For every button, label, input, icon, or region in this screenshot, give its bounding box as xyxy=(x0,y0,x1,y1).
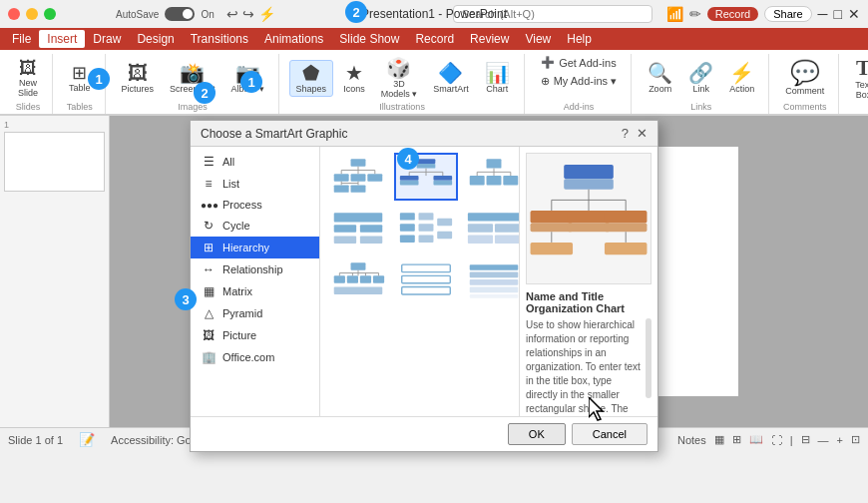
notes-label[interactable]: Notes xyxy=(677,434,706,446)
ok-button[interactable]: OK xyxy=(508,423,566,445)
preview-item-3[interactable] xyxy=(462,153,520,201)
slide-info: Slide 1 of 1 xyxy=(8,434,63,446)
chart-tool[interactable]: 📊 Chart xyxy=(479,61,516,96)
cat-process-icon: ●●● xyxy=(201,200,217,211)
chart-icon: 📊 xyxy=(485,63,510,83)
chart-label: Chart xyxy=(486,84,508,94)
normal-view-icon[interactable]: ▦ xyxy=(714,433,724,446)
minimize-button[interactable] xyxy=(26,8,38,20)
menu-review[interactable]: Review xyxy=(462,30,517,48)
share-button[interactable]: Share xyxy=(764,6,811,22)
svg-rect-1 xyxy=(334,174,349,181)
menu-record[interactable]: Record xyxy=(407,30,462,48)
my-addins-tool[interactable]: ⊕ My Add-ins ▾ xyxy=(535,73,623,90)
dialog-close-icon[interactable]: ✕ xyxy=(637,126,648,141)
reading-view-icon[interactable]: 📖 xyxy=(749,433,763,446)
svg-rect-24 xyxy=(470,176,485,185)
link-icon: 🔗 xyxy=(688,63,713,83)
restore-window-icon[interactable]: □ xyxy=(834,6,842,22)
zoom-tool[interactable]: 🔍 Zoom xyxy=(642,61,678,96)
pictures-tool[interactable]: 🖼 Pictures xyxy=(116,61,161,96)
menu-transitions[interactable]: Transitions xyxy=(183,30,256,48)
link-tool[interactable]: 🔗 Link xyxy=(682,61,719,96)
svg-rect-43 xyxy=(437,232,452,239)
cat-cycle[interactable]: ↻ Cycle xyxy=(191,215,319,237)
cat-matrix[interactable]: ▦ Matrix xyxy=(191,280,319,302)
menu-slideshow[interactable]: Slide Show xyxy=(331,30,407,48)
autosave-toggle[interactable] xyxy=(165,7,195,21)
comment-tool[interactable]: 💬 Comment xyxy=(779,59,830,98)
dialog-help-icon[interactable]: ? xyxy=(622,126,629,141)
preview-item-5[interactable] xyxy=(394,205,458,252)
desc-scrollbar[interactable] xyxy=(646,318,651,398)
menu-file[interactable]: File xyxy=(4,30,39,48)
slideshow-icon[interactable]: ⛶ xyxy=(771,434,782,446)
screenshot-icon: 📸 xyxy=(180,63,205,83)
smartart-tool[interactable]: 🔷 SmartArt xyxy=(427,61,475,96)
cancel-button[interactable]: Cancel xyxy=(572,423,648,445)
svg-rect-2 xyxy=(351,174,366,181)
menu-design[interactable]: Design xyxy=(129,30,182,48)
minimize-window-icon[interactable]: ─ xyxy=(818,6,828,22)
svg-rect-36 xyxy=(400,213,415,220)
traffic-lights xyxy=(8,8,56,20)
zoom-fit-icon[interactable]: ⊡ xyxy=(851,433,860,446)
notes-icon: 📝 xyxy=(79,432,95,447)
menu-insert[interactable]: Insert xyxy=(39,30,85,48)
shapes-label: Shapes xyxy=(296,84,327,94)
zoom-in-icon[interactable]: + xyxy=(837,434,843,446)
preview-item-1[interactable] xyxy=(326,153,390,201)
fit-slide-icon[interactable]: ⊟ xyxy=(801,433,810,446)
shapes-tool[interactable]: ⬟ Shapes xyxy=(289,60,334,97)
slide-sorter-icon[interactable]: ⊞ xyxy=(732,433,741,446)
svg-rect-82 xyxy=(531,243,574,254)
preview-item-8[interactable] xyxy=(394,256,458,304)
cat-matrix-icon: ▦ xyxy=(201,284,217,298)
ribbon-group-addins: ➕ Get Add-ins ⊕ My Add-ins ▾ Add-ins xyxy=(527,54,632,114)
autosave-state: On xyxy=(201,9,214,20)
menu-help[interactable]: Help xyxy=(559,30,600,48)
menu-bar: File Insert Draw Design Transitions Anim… xyxy=(0,28,868,50)
maximize-button[interactable] xyxy=(44,8,56,20)
close-window-icon[interactable]: ✕ xyxy=(848,6,860,22)
get-addins-tool[interactable]: ➕ Get Add-ins xyxy=(535,54,622,71)
menu-view[interactable]: View xyxy=(517,30,559,48)
dialog-controls: ? ✕ xyxy=(622,126,648,141)
cat-picture[interactable]: 🖼 Picture xyxy=(191,324,319,346)
svg-rect-42 xyxy=(437,219,452,226)
undo-icon[interactable]: ↩ xyxy=(226,6,238,22)
preview-item-7[interactable] xyxy=(326,256,390,304)
new-slide-tool[interactable]: 🖼 NewSlide xyxy=(12,57,44,100)
new-slide-label: NewSlide xyxy=(18,78,38,98)
cat-hierarchy-label: Hierarchy xyxy=(222,242,269,253)
preview-item-4[interactable] xyxy=(326,205,390,252)
close-button[interactable] xyxy=(8,8,20,20)
cat-pyramid-label: Pyramid xyxy=(222,307,262,319)
menu-draw[interactable]: Draw xyxy=(85,30,129,48)
cat-pyramid-icon: △ xyxy=(201,306,217,320)
cat-list[interactable]: ≡ List xyxy=(191,173,319,195)
textbox-tool[interactable]: T TextBox xyxy=(849,55,868,102)
cat-relationship[interactable]: ↔ Relationship xyxy=(191,258,319,280)
cat-pyramid[interactable]: △ Pyramid xyxy=(191,302,319,324)
menu-animations[interactable]: Animations xyxy=(256,30,331,48)
cat-process[interactable]: ●●● Process xyxy=(191,195,319,215)
preview-item-9[interactable] xyxy=(462,256,520,304)
my-addins-icon: ⊕ xyxy=(541,75,550,88)
cat-office[interactable]: 🏢 Office.com xyxy=(191,346,319,368)
dialog-title-bar: Choose a SmartArt Graphic ? ✕ xyxy=(191,121,657,147)
slide-thumbnail[interactable] xyxy=(4,132,105,192)
svg-rect-66 xyxy=(470,279,519,285)
cat-hierarchy[interactable]: ⊞ Hierarchy xyxy=(191,237,319,258)
action-tool[interactable]: ⚡ Action xyxy=(723,61,760,96)
cat-office-label: Office.com xyxy=(222,351,274,363)
cat-process-label: Process xyxy=(222,199,262,211)
icons-tool[interactable]: ★ Icons xyxy=(337,61,371,96)
preview-item-6[interactable] xyxy=(462,205,520,252)
3dmodels-tool[interactable]: 🎲 3DModels ▾ xyxy=(375,56,424,101)
record-badge[interactable]: Record xyxy=(707,7,758,21)
svg-rect-70 xyxy=(564,179,614,190)
svg-rect-14 xyxy=(417,164,436,169)
cat-all[interactable]: ☰ All xyxy=(191,151,319,173)
redo-icon[interactable]: ↪ xyxy=(242,6,254,22)
